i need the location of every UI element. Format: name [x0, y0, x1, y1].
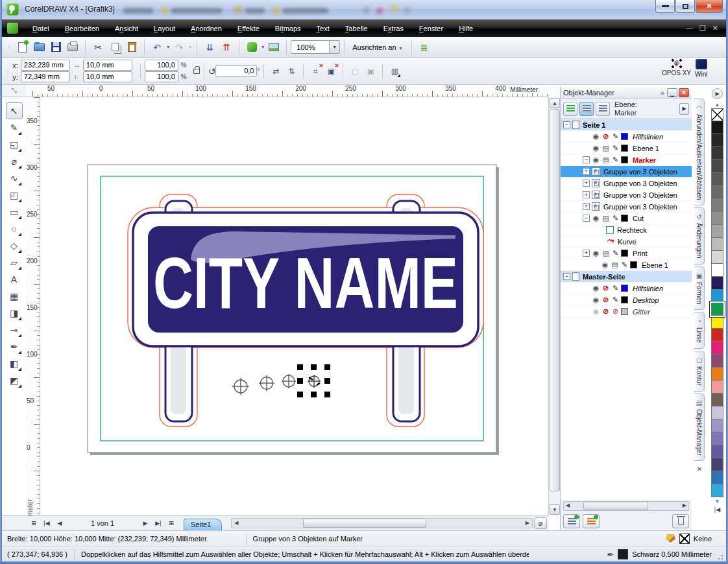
basic-shapes-tool[interactable]: ▱ [6, 254, 23, 271]
tree-row[interactable]: − Marker [561, 154, 692, 166]
swatch[interactable] [711, 432, 723, 445]
tree-scroll-left[interactable]: ◀ [566, 502, 570, 508]
tree-row-label[interactable]: Ebene 1 [640, 261, 670, 269]
tree-row[interactable]: − Seite 1 [561, 119, 692, 131]
layer-state-icon[interactable] [601, 214, 610, 222]
sign-board[interactable]: CITY NAME [133, 213, 478, 346]
layer-manager-view-button[interactable] [563, 102, 577, 116]
layer-state-icon[interactable] [611, 307, 620, 316]
swatch[interactable] [711, 394, 723, 406]
swatch[interactable] [711, 186, 723, 199]
smart-fill-tool[interactable]: ◰ [6, 187, 23, 204]
save-button[interactable] [48, 40, 64, 55]
winline-button[interactable]: Winl [695, 59, 707, 84]
layer-color-swatch[interactable] [621, 308, 628, 315]
basic-properties-button[interactable]: ▥ [387, 64, 402, 78]
docker-flyout-button[interactable]: ▶ [679, 103, 689, 115]
layer-state-icon[interactable] [601, 249, 610, 257]
scroll-left-button[interactable]: ◀ [234, 520, 238, 526]
docker-title-bar[interactable]: Objekt-Manager » ▁ ✕ [561, 86, 692, 99]
menu-item[interactable]: Bitmaps [267, 21, 309, 36]
redo-button[interactable]: ↷ [171, 40, 187, 55]
scroll-up-button[interactable]: ▲ [550, 98, 560, 108]
layer-state-icon[interactable] [601, 132, 610, 141]
new-document-button[interactable] [14, 40, 30, 55]
swatch[interactable] [711, 160, 723, 173]
swatch[interactable] [711, 381, 723, 394]
tree-row[interactable]: + Gruppe von 3 Objekten [561, 189, 692, 201]
rotation-field[interactable]: 0,0 [215, 65, 257, 76]
scroll-down-button[interactable]: ▼ [550, 504, 560, 515]
expander-icon[interactable]: + [583, 203, 590, 210]
palette-scroll-down[interactable]: ▼ [711, 497, 723, 505]
width-field[interactable]: 10,0 mm [83, 60, 132, 71]
propbar-grip[interactable]: ⁞ [7, 68, 8, 74]
page-tab[interactable]: Seite1 [184, 519, 222, 531]
print-button[interactable] [65, 40, 80, 55]
layer-color-swatch[interactable] [621, 296, 628, 303]
menu-item[interactable]: Fenster [411, 21, 451, 36]
application-launcher-button[interactable] [244, 40, 260, 55]
vertical-scrollbar[interactable]: ▲ ▼ [548, 97, 560, 515]
swatch[interactable] [711, 290, 723, 303]
layer-state-icon[interactable] [611, 296, 620, 304]
opos-xy-button[interactable]: OPOS XY [662, 59, 691, 84]
tab-linse[interactable]: ◔ Linse [694, 312, 705, 349]
welcome-screen-button[interactable] [266, 40, 282, 55]
options-button[interactable]: ≣ [417, 40, 432, 55]
swatch[interactable] [711, 342, 723, 355]
crop-tool[interactable]: ◱ [6, 136, 23, 153]
pick-tool[interactable]: ↖ [6, 102, 23, 119]
swatch[interactable] [711, 134, 723, 147]
copy-button[interactable] [107, 40, 123, 55]
tree-row[interactable]: + Gruppe von 3 Objekten [561, 166, 692, 178]
layer-state-icon[interactable] [592, 132, 600, 141]
expander-icon[interactable]: + [583, 168, 590, 175]
mirror-vertical-button[interactable]: ⇅ [284, 64, 298, 78]
tree-row-label[interactable]: Rechteck [615, 226, 649, 234]
launcher-dropdown[interactable]: ▾ [261, 44, 264, 50]
paste-button[interactable] [124, 40, 140, 55]
layer-state-icon[interactable] [611, 284, 620, 292]
tree-row-label[interactable]: Master-Seite [581, 273, 627, 281]
layer-state-icon[interactable] [611, 144, 620, 152]
sign-text[interactable]: CITY NAME [153, 242, 458, 323]
swatch[interactable] [711, 303, 723, 316]
tree-row-label[interactable]: Gruppe von 3 Objekten [601, 168, 679, 176]
layer-color-swatch[interactable] [621, 285, 628, 292]
tree-row-label[interactable]: Marker [631, 156, 658, 164]
menu-item[interactable]: Text [309, 21, 337, 36]
tree-row[interactable]: Gitter [561, 306, 692, 318]
swatch[interactable] [711, 238, 723, 251]
expander-icon[interactable]: − [563, 273, 570, 280]
tree-row-label[interactable]: Kurve [616, 238, 638, 246]
layer-color-swatch[interactable] [630, 261, 637, 268]
menu-item[interactable]: Tabelle [337, 21, 376, 36]
swatch[interactable] [711, 316, 723, 329]
new-layer-button[interactable] [563, 514, 580, 528]
lock-ratio-icon[interactable] [193, 69, 200, 74]
palette-scroll-up[interactable]: ▲ [711, 100, 723, 108]
shape-tool[interactable]: ✎ [6, 119, 23, 136]
close-button[interactable]: ✕ [696, 0, 723, 13]
fill-color-swatch[interactable] [679, 534, 690, 544]
tree-row-label[interactable]: Hilfslinien [631, 133, 665, 141]
layer-state-icon[interactable] [611, 249, 620, 257]
swatch[interactable] [711, 277, 723, 290]
undo-button[interactable]: ↶ [149, 40, 165, 55]
layer-state-icon[interactable] [611, 132, 620, 141]
resize-grip[interactable] [716, 552, 723, 560]
polygon-tool[interactable]: ◇ [6, 237, 23, 254]
layer-state-icon[interactable] [592, 249, 600, 257]
scale-x-field[interactable]: 100,0 [145, 60, 178, 71]
combine-button[interactable]: ▢ [348, 64, 362, 78]
new-master-layer-button[interactable] [583, 514, 600, 528]
tree-row-label[interactable]: Desktop [631, 296, 661, 304]
layer-state-icon[interactable] [592, 307, 600, 316]
snap-to-dropdown[interactable]: Ausrichten an ▾ [348, 43, 407, 51]
layer-state-icon[interactable] [620, 261, 629, 269]
tree-row[interactable]: − Master-Seite [561, 271, 692, 283]
swatch[interactable] [711, 264, 723, 277]
eyedropper-tool[interactable]: ⊸ [6, 322, 23, 338]
group-button[interactable]: ▣ [363, 64, 378, 78]
